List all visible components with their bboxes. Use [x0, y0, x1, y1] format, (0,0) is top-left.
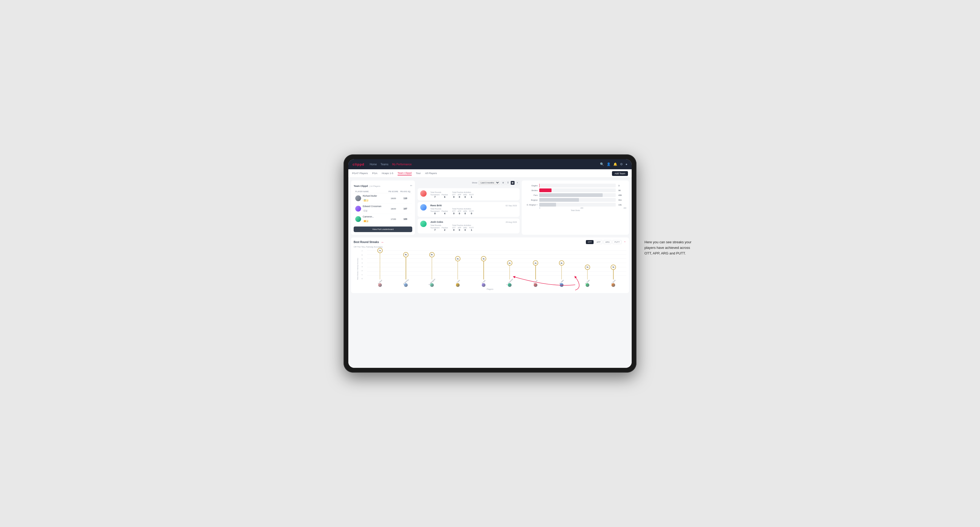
bar-value: 311	[618, 199, 626, 201]
player-name: Cameron...	[363, 215, 387, 218]
player-col: 4xB. Ford	[522, 250, 548, 287]
arg-label: ARG	[463, 194, 467, 195]
subnav-tour[interactable]: Tour	[416, 171, 421, 175]
bar-row-pars: Pars 499	[524, 193, 626, 197]
avatar	[355, 206, 361, 211]
view-full-leaderboard-button[interactable]: View Full Leaderboard	[354, 227, 412, 232]
player-row[interactable]: Richard Butler 🏅 1 19/20 110	[354, 193, 412, 204]
player-avatar	[560, 283, 563, 287]
player-name: Josh Coles	[430, 221, 443, 223]
total-rounds-group: Total Rounds Tournament 7	[430, 191, 448, 198]
player-col: 5xR. Britt	[471, 250, 497, 287]
streak-bubble: 4x	[559, 260, 564, 266]
player-row[interactable]: Cameron... 🔶 3 17/20 103	[354, 214, 412, 224]
avatar-icon[interactable]: ●	[625, 162, 627, 166]
filter-ott[interactable]: OTT	[586, 240, 593, 244]
player-col: 4xM. Miller	[549, 250, 574, 287]
subnav-pga[interactable]: PGA	[372, 171, 377, 175]
streak-line	[406, 254, 406, 279]
player-info: Edward Crossman ⬡ 2	[363, 205, 387, 213]
practice-activities-group: Total Practice Activities OTT 0	[452, 191, 474, 198]
streak-bubble: 3x	[585, 265, 590, 270]
x-axis-label: Players	[354, 288, 626, 290]
y-axis: Best Streak, Fairway Accuracy	[354, 250, 362, 287]
bar-value: 96	[618, 189, 626, 192]
col-name-header: PLAYER NAME	[355, 190, 387, 192]
leaderboard-panel: Team Clippd | 14 Players ✏ PLAYER NAME P…	[351, 181, 415, 235]
streaks-section: Best Round Streaks ← OTT APP ARG PUTT ← …	[351, 237, 629, 293]
x-label-200: 200	[580, 207, 583, 209]
y-tick: 2	[362, 270, 367, 271]
table-view-btn[interactable]: ≡	[515, 181, 520, 185]
app-val: 0	[458, 229, 461, 231]
bar-chart-area: Eagles 3 Birdies	[524, 184, 626, 206]
bar-fill	[539, 203, 556, 206]
show-label: Show	[472, 181, 477, 184]
filter-putt[interactable]: PUTT	[612, 240, 622, 244]
player-avatar	[378, 283, 382, 287]
player-row[interactable]: Edward Crossman ⬡ 2 18/20 107	[354, 204, 412, 214]
stat-grid: Total Rounds Tournament 7	[430, 191, 517, 198]
bar-fill	[539, 193, 603, 197]
x-label-0: 0	[539, 207, 540, 209]
bell-icon[interactable]: 🔔	[613, 162, 617, 166]
player-info: Cameron... 🔶 3	[363, 215, 387, 223]
ott-val: 0	[452, 212, 456, 215]
bar-row-birdies: Birdies 96	[524, 189, 626, 192]
subnav: PGAT Players PGA Hcaps 1-5 Team Clippd T…	[348, 169, 632, 178]
bar-label: Eagles	[524, 184, 538, 187]
bar-container	[539, 203, 616, 206]
stat-avatar	[420, 221, 426, 227]
show-bar: Show Last 3 months Last 6 months Last ye…	[418, 181, 520, 185]
nav-home[interactable]: Home	[370, 163, 377, 166]
filter-arg[interactable]: ARG	[603, 240, 611, 244]
player-col: 5xJ. Coles	[445, 250, 471, 287]
edit-icon[interactable]: ✏	[410, 184, 412, 187]
nav-teams[interactable]: Teams	[380, 163, 388, 166]
card-view-btn[interactable]: ▦	[511, 181, 515, 185]
filter-app[interactable]: APP	[595, 240, 602, 244]
y-tick: 7	[362, 250, 367, 252]
tournament-col: Tournament 7	[430, 194, 439, 198]
player-col: 3xR. Butler	[574, 250, 600, 287]
player-avatar	[456, 283, 460, 287]
streak-bubble: 5x	[455, 256, 460, 261]
pb-score: 18/20	[387, 208, 400, 210]
arg-val: 0	[463, 195, 467, 198]
col-pb-header: PB SCORE	[387, 190, 400, 192]
settings-icon[interactable]: ⚙	[620, 162, 623, 166]
x-label-400: 400	[624, 207, 626, 209]
total-rounds-label: Total Rounds	[430, 191, 448, 193]
total-rounds-label: Total Rounds	[430, 208, 448, 210]
add-team-button[interactable]: Add Team	[612, 171, 628, 176]
subnav-all-players[interactable]: All Players	[425, 171, 437, 175]
arg-col: ARG 0	[463, 194, 467, 198]
filter-arrow: ←	[624, 240, 626, 244]
stat-values: Tournament 8 Practice 4	[430, 210, 448, 215]
putt-val: 1	[469, 195, 474, 198]
bar-row-bogeys: Bogeys 311	[524, 198, 626, 202]
leaderboard-title: Team Clippd	[354, 185, 368, 187]
y-axis-label: Best Streak, Fairway Accuracy	[357, 258, 358, 279]
stat-values: Tournament 7 Practice 2	[430, 227, 448, 231]
streaks-title: Best Round Streaks	[354, 241, 379, 243]
list-view-btn[interactable]: ☰	[506, 181, 510, 185]
streak-bubble: 5x	[481, 256, 486, 261]
subnav-hcaps[interactable]: Hcaps 1-5	[382, 171, 393, 175]
user-icon[interactable]: 👤	[607, 162, 611, 166]
nav-my-performance[interactable]: My Performance	[392, 163, 412, 166]
streak-chart: Best Streak, Fairway Accuracy 7 6 5 4 3 …	[354, 250, 626, 287]
arg-val: 0	[463, 212, 467, 215]
pb-score: 19/20	[387, 197, 400, 200]
subnav-team-clippd[interactable]: Team Clippd	[398, 171, 412, 175]
player-col: 6xB. McHerg	[393, 250, 418, 287]
app-val: 0	[458, 195, 461, 198]
total-rounds-group: Total Rounds Tournament 8	[430, 208, 448, 215]
grid-view-btn[interactable]: ⊞	[501, 181, 505, 185]
show-select[interactable]: Last 3 months Last 6 months Last year	[478, 181, 500, 185]
practice-col: Practice 4	[442, 210, 448, 215]
streak-line	[432, 254, 432, 279]
practice-label: Practice	[442, 210, 448, 212]
search-icon[interactable]: 🔍	[600, 162, 604, 166]
subnav-pgat[interactable]: PGAT Players	[352, 171, 368, 175]
